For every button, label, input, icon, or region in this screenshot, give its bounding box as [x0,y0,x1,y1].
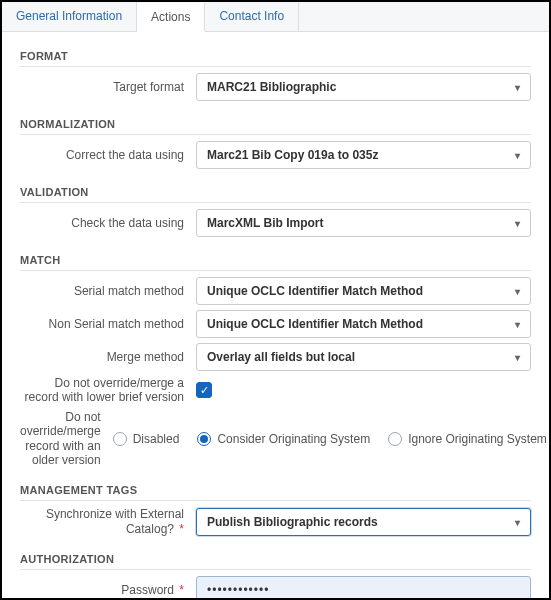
select-correct-data-value: Marc21 Bib Copy 019a to 035z [207,148,378,162]
input-password[interactable] [196,576,531,600]
tabs-bar: General Information Actions Contact Info [2,2,549,32]
row-sync-external-catalog: Synchronize with External Catalog? * Pub… [20,507,531,536]
select-sync-external-catalog-value: Publish Bibliographic records [207,515,378,529]
radio-disabled[interactable]: Disabled [113,432,180,446]
select-correct-data[interactable]: Marc21 Bib Copy 019a to 035z ▾ [196,141,531,169]
select-non-serial-match-value: Unique OCLC Identifier Match Method [207,317,423,331]
radio-icon [113,432,127,446]
radio-ignore-label: Ignore Originating System [408,432,547,446]
select-check-data[interactable]: MarcXML Bib Import ▾ [196,209,531,237]
chevron-down-icon: ▾ [515,352,520,363]
chevron-down-icon: ▾ [515,516,520,527]
select-serial-match[interactable]: Unique OCLC Identifier Match Method ▾ [196,277,531,305]
select-target-format-value: MARC21 Bibliographic [207,80,336,94]
tab-actions[interactable]: Actions [137,3,205,32]
checkbox-no-override-brief[interactable]: ✓ [196,382,212,398]
label-serial-match: Serial match method [20,284,196,298]
form-content: FORMAT Target format MARC21 Bibliographi… [2,32,549,600]
radio-icon [388,432,402,446]
row-serial-match: Serial match method Unique OCLC Identifi… [20,277,531,305]
row-correct-data: Correct the data using Marc21 Bib Copy 0… [20,141,531,169]
chevron-down-icon: ▾ [515,150,520,161]
row-non-serial-match: Non Serial match method Unique OCLC Iden… [20,310,531,338]
select-target-format[interactable]: MARC21 Bibliographic ▾ [196,73,531,101]
row-no-override-older: Do not override/merge record with an old… [20,410,531,468]
required-icon: * [176,522,184,536]
tab-general-information[interactable]: General Information [2,2,137,31]
row-no-override-brief: Do not override/merge a record with lowe… [20,376,531,405]
radio-disabled-label: Disabled [133,432,180,446]
required-icon: * [176,583,184,597]
chevron-down-icon: ▾ [515,319,520,330]
select-merge-method[interactable]: Overlay all fields but local ▾ [196,343,531,371]
chevron-down-icon: ▾ [515,286,520,297]
radio-group-originating-system: Disabled Consider Originating System Ign… [113,432,547,446]
chevron-down-icon: ▾ [515,82,520,93]
label-password: Password * [20,583,196,597]
section-normalization: NORMALIZATION [20,106,531,135]
row-check-data: Check the data using MarcXML Bib Import … [20,209,531,237]
label-target-format: Target format [20,80,196,94]
row-merge-method: Merge method Overlay all fields but loca… [20,343,531,371]
row-target-format: Target format MARC21 Bibliographic ▾ [20,73,531,101]
section-format: FORMAT [20,38,531,67]
select-check-data-value: MarcXML Bib Import [207,216,323,230]
label-correct-data: Correct the data using [20,148,196,162]
label-sync-external-catalog: Synchronize with External Catalog? * [20,507,196,536]
radio-consider[interactable]: Consider Originating System [197,432,370,446]
section-match: MATCH [20,242,531,271]
radio-consider-label: Consider Originating System [217,432,370,446]
label-no-override-brief: Do not override/merge a record with lowe… [20,376,196,405]
label-no-override-older: Do not override/merge record with an old… [20,410,113,468]
chevron-down-icon: ▾ [515,218,520,229]
select-sync-external-catalog[interactable]: Publish Bibliographic records ▾ [196,508,531,536]
section-validation: VALIDATION [20,174,531,203]
section-authorization: AUTHORIZATION [20,541,531,570]
row-password: Password * [20,576,531,600]
label-check-data: Check the data using [20,216,196,230]
select-serial-match-value: Unique OCLC Identifier Match Method [207,284,423,298]
select-non-serial-match[interactable]: Unique OCLC Identifier Match Method ▾ [196,310,531,338]
radio-ignore[interactable]: Ignore Originating System [388,432,547,446]
label-non-serial-match: Non Serial match method [20,317,196,331]
section-management-tags: MANAGEMENT TAGS [20,472,531,501]
radio-icon [197,432,211,446]
select-merge-method-value: Overlay all fields but local [207,350,355,364]
tab-contact-info[interactable]: Contact Info [205,2,299,31]
label-merge-method: Merge method [20,350,196,364]
